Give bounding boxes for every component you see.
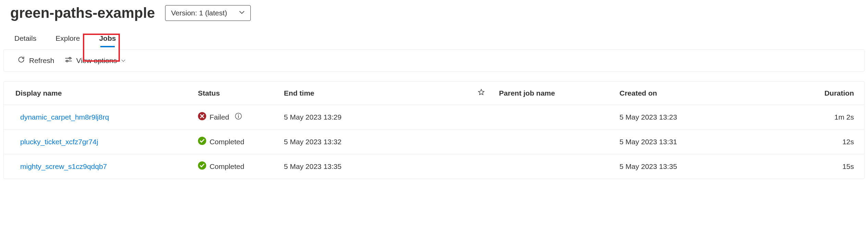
col-status[interactable]: Status: [193, 82, 279, 105]
created-on: 5 May 2023 13:35: [615, 154, 786, 179]
parent-job: [494, 154, 615, 179]
jobs-table: Display name Status End time Parent job …: [3, 81, 865, 179]
tab-bar: Details Explore Jobs: [0, 28, 868, 49]
favorite-cell[interactable]: [468, 154, 494, 179]
duration: 15s: [787, 154, 864, 179]
success-icon: [198, 161, 206, 171]
star-icon: [478, 89, 485, 97]
created-on: 5 May 2023 13:23: [615, 105, 786, 130]
tab-jobs[interactable]: Jobs: [95, 28, 120, 49]
chevron-down-icon: [121, 57, 126, 65]
status-text: Failed: [210, 113, 229, 121]
view-options-label: View options: [76, 57, 117, 65]
parent-job: [494, 130, 615, 154]
tab-details[interactable]: Details: [10, 28, 40, 49]
status-text: Completed: [210, 162, 245, 171]
job-link[interactable]: plucky_ticket_xcfz7gr74j: [20, 138, 98, 146]
end-time: 5 May 2023 13:29: [279, 105, 469, 130]
col-favorite[interactable]: [468, 82, 494, 105]
parent-job: [494, 105, 615, 130]
job-link[interactable]: mighty_screw_s1cz9qdqb7: [20, 162, 107, 170]
col-parent-job[interactable]: Parent job name: [494, 82, 615, 105]
created-on: 5 May 2023 13:31: [615, 130, 786, 154]
version-dropdown-label: Version: 1 (latest): [171, 9, 227, 17]
svg-rect-7: [238, 115, 239, 118]
favorite-cell[interactable]: [468, 130, 494, 154]
svg-point-1: [69, 57, 71, 59]
info-icon[interactable]: [233, 112, 242, 122]
col-display-name[interactable]: Display name: [4, 82, 193, 105]
error-icon: [198, 112, 206, 122]
table-header-row: Display name Status End time Parent job …: [4, 82, 864, 105]
table-row: plucky_ticket_xcfz7gr74jCompleted5 May 2…: [4, 130, 864, 154]
col-end-time[interactable]: End time: [279, 82, 469, 105]
chevron-down-icon: [239, 9, 245, 17]
view-options-button[interactable]: View options: [65, 56, 126, 65]
refresh-icon: [17, 56, 25, 65]
status-text: Completed: [210, 138, 245, 146]
table-row: mighty_screw_s1cz9qdqb7Completed5 May 20…: [4, 154, 864, 179]
version-dropdown[interactable]: Version: 1 (latest): [165, 5, 251, 21]
tab-explore[interactable]: Explore: [51, 28, 84, 49]
duration: 12s: [787, 130, 864, 154]
refresh-label: Refresh: [29, 57, 54, 65]
favorite-cell[interactable]: [468, 105, 494, 130]
success-icon: [198, 137, 206, 147]
col-duration[interactable]: Duration: [787, 82, 864, 105]
toolbar: Refresh View options: [3, 49, 865, 72]
job-link[interactable]: dynamic_carpet_hm8r9lj8rq: [20, 113, 109, 121]
sliders-icon: [65, 56, 72, 65]
page-title: green-paths-example: [10, 5, 155, 21]
col-created-on[interactable]: Created on: [615, 82, 786, 105]
svg-point-3: [66, 60, 68, 62]
end-time: 5 May 2023 13:32: [279, 130, 469, 154]
duration: 1m 2s: [787, 105, 864, 130]
end-time: 5 May 2023 13:35: [279, 154, 469, 179]
table-row: dynamic_carpet_hm8r9lj8rqFailed5 May 202…: [4, 105, 864, 130]
svg-point-6: [238, 114, 239, 115]
refresh-button[interactable]: Refresh: [17, 56, 54, 65]
